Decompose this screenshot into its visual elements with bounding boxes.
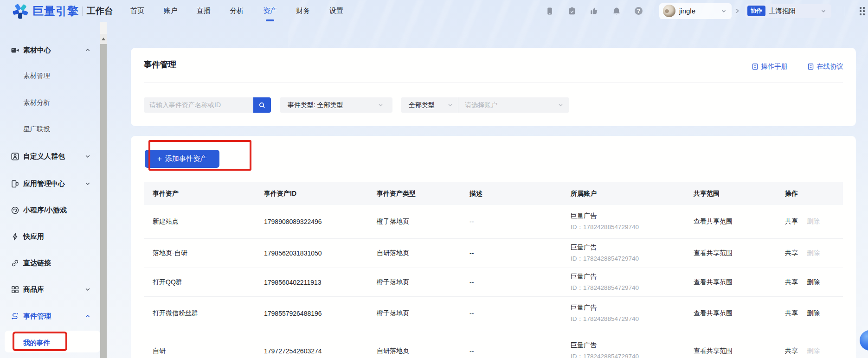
sidebar-item-4[interactable]: 自定义人群包 (0, 151, 100, 162)
cell-description: -- (465, 249, 566, 257)
active-nav-underline (266, 19, 274, 21)
table-header: 事件资产事件资产ID事件资产类型描述所属账户共享范围操作 (144, 182, 843, 205)
help-icon[interactable]: ? (635, 7, 643, 15)
sidebar-item-label: 我的事件 (23, 339, 50, 347)
cell-account: 巨量广告ID：1782428854729740 (566, 341, 689, 358)
search-button[interactable] (253, 97, 271, 113)
account-select[interactable]: 请选择账户 (465, 101, 497, 109)
nav-item-4[interactable]: 资产 (263, 0, 277, 22)
avatar (663, 5, 675, 17)
page-title: 事件管理 (144, 59, 176, 70)
view-share-scope-link[interactable]: 查看共享范围 (694, 347, 733, 354)
nav-item-2[interactable]: 直播 (196, 0, 211, 22)
chevron-right-icon[interactable] (735, 8, 740, 13)
chevron-down-icon (85, 287, 90, 292)
column-header-4: 所属账户 (566, 190, 689, 198)
bell-icon[interactable] (612, 7, 621, 15)
delete-action[interactable]: 删除 (807, 347, 820, 355)
sidebar-item-6[interactable]: 小程序/小游戏 (0, 205, 100, 216)
search-input[interactable]: 请输入事件资产名称或ID (144, 97, 253, 113)
sidebar-scrollbar[interactable] (100, 22, 107, 358)
cell-operations: 共享删除 (780, 278, 843, 287)
user-name: jingle (679, 7, 721, 15)
account-filter[interactable]: 全部类型 请选择账户 (401, 97, 569, 113)
view-share-scope-link[interactable]: 查看共享范围 (694, 249, 733, 256)
page-header-card: 事件管理 操作手册 在线协议 请输入事件资产名称或ID 事件类型: 全部类型 (131, 48, 856, 126)
delete-action[interactable]: 删除 (807, 278, 820, 287)
nav-item-6[interactable]: 设置 (329, 0, 344, 22)
grid4-icon (11, 286, 19, 294)
cell-asset-type: 橙子落地页 (372, 309, 465, 318)
sidebar-item-7[interactable]: 快应用 (0, 231, 100, 242)
share-action[interactable]: 共享 (785, 347, 798, 355)
cell-account: 巨量广告ID：1782428854729740 (566, 273, 689, 292)
promo-icon[interactable] (590, 7, 598, 15)
sidebar-item-label: 应用管理中心 (23, 179, 65, 188)
delete-action[interactable]: 删除 (807, 249, 820, 257)
column-header-5: 共享范围 (689, 190, 780, 198)
apps-grid-icon[interactable] (860, 7, 865, 15)
filter-bar: 请输入事件资产名称或ID 事件类型: 全部类型 全部类型 请选择账户 (131, 97, 856, 113)
column-header-3: 描述 (465, 190, 566, 198)
scrollbar-thumb[interactable] (100, 44, 107, 358)
share-action[interactable]: 共享 (785, 249, 798, 257)
sidebar-item-2[interactable]: 素材分析 (0, 97, 100, 108)
cell-description: -- (465, 218, 566, 225)
add-event-asset-button[interactable]: + 添加事件资产 (145, 150, 219, 168)
view-share-scope-link[interactable]: 查看共享范围 (694, 278, 733, 286)
nav-item-1[interactable]: 账户 (163, 0, 178, 22)
share-action[interactable]: 共享 (785, 278, 798, 287)
table-body: 新建站点1798908089322496橙子落地页--巨量广告ID：178242… (144, 205, 843, 358)
route-icon (11, 313, 19, 320)
clipboard-icon[interactable] (568, 7, 576, 15)
cell-asset-id: 1798560402211913 (259, 279, 372, 286)
view-share-scope-link[interactable]: 查看共享范围 (694, 309, 733, 317)
audience-icon (11, 153, 19, 160)
sidebar-item-label: 小程序/小游戏 (23, 206, 67, 215)
workspace-label[interactable]: 工作台 (87, 5, 113, 17)
sidebar-item-1[interactable]: 素材管理 (0, 70, 100, 81)
cell-share-scope: 查看共享范围 (689, 249, 780, 257)
sidebar: 素材中心素材管理素材分析星广联投自定义人群包应用管理中心小程序/小游戏快应用直达… (0, 22, 100, 358)
scroll-up-button[interactable] (100, 34, 107, 44)
chevron-down-icon (558, 102, 651, 108)
agreement-link[interactable]: 在线协议 (807, 62, 843, 71)
cell-operations: 共享删除 (780, 249, 843, 257)
org-selector[interactable]: 协作 上海抱阳 (745, 4, 831, 18)
user-menu[interactable]: jingle (659, 3, 732, 19)
sidebar-item-5[interactable]: 应用管理中心 (0, 178, 100, 189)
sidebar-item-9[interactable]: 商品库 (0, 284, 100, 295)
share-action[interactable]: 共享 (785, 309, 798, 318)
apps-icon (11, 180, 19, 188)
sidebar-item-label: 商品库 (23, 285, 44, 294)
brand-logo[interactable]: 巨量引擎 (12, 3, 79, 19)
nav-item-0[interactable]: 首页 (130, 0, 145, 22)
share-action[interactable]: 共享 (785, 217, 798, 226)
cell-asset-type: 橙子落地页 (372, 217, 465, 226)
column-header-1: 事件资产ID (259, 190, 372, 198)
sidebar-item-11[interactable]: 我的事件 (0, 337, 100, 348)
nav-item-3[interactable]: 分析 (230, 0, 244, 22)
org-name: 上海抱阳 (769, 6, 821, 15)
sidebar-item-8[interactable]: 直达链接 (0, 257, 100, 268)
cell-account: 巨量广告ID：1782428854729740 (566, 212, 689, 231)
nav-item-5[interactable]: 财务 (296, 0, 311, 22)
view-share-scope-link[interactable]: 查看共享范围 (694, 217, 733, 225)
sidebar-item-3[interactable]: 星广联投 (0, 123, 100, 134)
delete-action[interactable]: 删除 (807, 309, 820, 318)
table-row: 打开QQ群1798560402211913橙子落地页--巨量广告ID：17824… (144, 268, 843, 297)
delete-action[interactable]: 删除 (807, 217, 820, 226)
table-row: 自研1797272542603274自研落地页--巨量广告ID：17824288… (144, 330, 843, 358)
sidebar-item-10[interactable]: 事件管理 (0, 311, 100, 322)
column-header-6: 操作 (780, 190, 843, 198)
chevron-down-icon (821, 9, 826, 13)
flash-icon (11, 233, 19, 241)
manual-link[interactable]: 操作手册 (752, 62, 788, 71)
mobile-icon[interactable] (546, 7, 554, 15)
sidebar-item-0[interactable]: 素材中心 (0, 45, 100, 56)
scope-select[interactable]: 全部类型 (409, 101, 435, 109)
event-type-filter[interactable]: 事件类型: 全部类型 (280, 97, 392, 113)
divider (458, 97, 458, 113)
document-icon (752, 63, 759, 70)
chevron-down-icon (85, 153, 90, 159)
